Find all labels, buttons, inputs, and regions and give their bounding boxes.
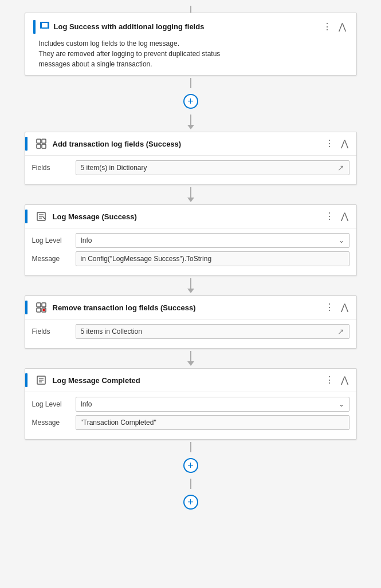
bracket-icon [39,19,50,34]
card1-body: Fields 5 item(s) in Dictionary ↗ [25,156,356,184]
connector-3 [187,187,194,202]
card3-fields-label: Fields [32,327,71,336]
card4-body: Log Level Info ⌄ Message "Transaction Co… [25,392,356,439]
add-step-button-3[interactable]: + [183,495,198,510]
card1-actions: ⋮ ⋀ [323,138,351,149]
svg-rect-0 [40,22,42,29]
card4-loglevel-row: Log Level Info ⌄ [32,397,349,412]
card4-message-text: "Transaction Completed" [81,419,156,427]
card2-message-row: Message in Config("LogMessage Success").… [32,251,349,266]
card3-header: Remove transaction log fields (Success) … [25,296,356,319]
log-icon [33,210,49,223]
card1-fields-value[interactable]: 5 item(s) in Dictionary ↗ [76,160,349,175]
card2-loglevel-value: Info [81,236,92,244]
card2-title: Log Message (Success) [53,212,319,221]
card4-actions: ⋮ ⋀ [323,374,351,386]
desc-line1: Includes custom log fields to the log me… [39,40,179,48]
log-message-success-card: Log Message (Success) ⋮ ⋀ Log Level Info… [25,204,357,276]
card1-fields-row: Fields 5 item(s) in Dictionary ↗ [32,160,349,175]
card3-left-bar [25,301,28,314]
card4-message-label: Message [32,419,71,427]
svg-rect-7 [42,144,46,148]
card2-message-label: Message [32,255,71,263]
card1-expand-icon[interactable]: ↗ [337,163,344,172]
card2-loglevel-select[interactable]: Info ⌄ [76,233,349,248]
card1-more-button[interactable]: ⋮ [323,138,336,149]
card1-left-bar [25,137,28,151]
connector-6 [190,442,191,452]
svg-rect-1 [48,22,49,29]
card1-header: Add transaction log fields (Success) ⋮ ⋀ [25,132,356,156]
card2-loglevel-label: Log Level [32,236,71,244]
svg-rect-4 [37,139,41,143]
log-completed-icon [33,373,49,387]
svg-rect-2 [42,22,48,23]
card4-loglevel-value: Info [81,400,92,408]
add-transaction-log-card: Add transaction log fields (Success) ⋮ ⋀… [25,132,357,185]
card2-collapse-button[interactable]: ⋀ [339,211,351,222]
add-step-button-2[interactable]: + [183,458,198,473]
description-title: Log Success with additional logging fiel… [54,21,317,33]
connector-1 [190,78,191,88]
card4-left-bar [25,373,28,387]
card1-collapse-button[interactable]: ⋀ [339,138,351,149]
card2-actions: ⋮ ⋀ [323,211,351,222]
card2-message-text: in Config("LogMessage Success").ToString [81,255,212,263]
card4-message-row: Message "Transaction Completed" [32,415,349,430]
card3-title: Remove transaction log fields (Success) [53,303,319,312]
card4-header: Log Message Completed ⋮ ⋀ [25,369,356,392]
card4-more-button[interactable]: ⋮ [323,374,336,386]
card3-fields-text: 5 items in Collection [81,327,142,336]
svg-rect-14 [37,308,41,312]
svg-rect-3 [42,27,48,29]
card3-fields-value[interactable]: 5 items in Collection ↗ [76,324,349,339]
card4-loglevel-label: Log Level [32,400,71,408]
more-options-button[interactable]: ⋮ [320,19,334,35]
connector-5 [187,351,194,366]
card2-message-value[interactable]: in Config("LogMessage Success").ToString [76,251,349,266]
connector-7 [190,479,191,489]
card4-collapse-button[interactable]: ⋀ [339,374,351,386]
remove-transaction-log-card: Remove transaction log fields (Success) … [25,295,357,349]
top-connector [190,6,191,13]
card2-loglevel-row: Log Level Info ⌄ [32,233,349,248]
card4-loglevel-select[interactable]: Info ⌄ [76,397,349,412]
log-message-completed-card: Log Message Completed ⋮ ⋀ Log Level Info… [25,368,357,440]
description-actions: ⋮ ⋀ [320,19,348,35]
card1-fields-label: Fields [32,164,71,172]
card3-fields-row: Fields 5 items in Collection ↗ [32,324,349,339]
desc-line2: They are removed after logging to preven… [39,50,221,58]
card2-more-button[interactable]: ⋮ [323,211,336,222]
card4-title: Log Message Completed [53,376,319,385]
card2-loglevel-chevron: ⌄ [339,236,344,244]
card3-more-button[interactable]: ⋮ [323,302,336,313]
svg-rect-5 [42,139,46,143]
card1-title: Add transaction log fields (Success) [53,140,319,148]
card-left-bar [33,20,36,34]
card3-collapse-button[interactable]: ⋀ [339,302,351,313]
card1-fields-text: 5 item(s) in Dictionary [81,164,147,172]
collapse-button[interactable]: ⋀ [336,19,348,35]
connector-4 [187,278,194,293]
desc-line3: messages about a single transaction. [39,60,152,68]
card4-message-value[interactable]: "Transaction Completed" [76,415,349,430]
card3-expand-icon[interactable]: ↗ [337,327,344,336]
grid-remove-icon [33,301,49,314]
description-text: Includes custom log fields to the log me… [33,38,348,69]
card2-left-bar [25,210,28,223]
card2-header: Log Message (Success) ⋮ ⋀ [25,205,356,228]
card2-body: Log Level Info ⌄ Message in Config("LogM… [25,228,356,275]
add-step-button-1[interactable]: + [183,94,198,109]
description-card: Log Success with additional logging fiel… [25,13,357,76]
card4-loglevel-chevron: ⌄ [339,400,344,408]
connector-2 [187,115,194,129]
svg-rect-12 [37,303,41,307]
svg-rect-13 [42,303,46,307]
card3-actions: ⋮ ⋀ [323,302,351,313]
grid-add-icon [33,137,49,151]
card3-body: Fields 5 items in Collection ↗ [25,319,356,348]
svg-rect-6 [37,144,41,148]
